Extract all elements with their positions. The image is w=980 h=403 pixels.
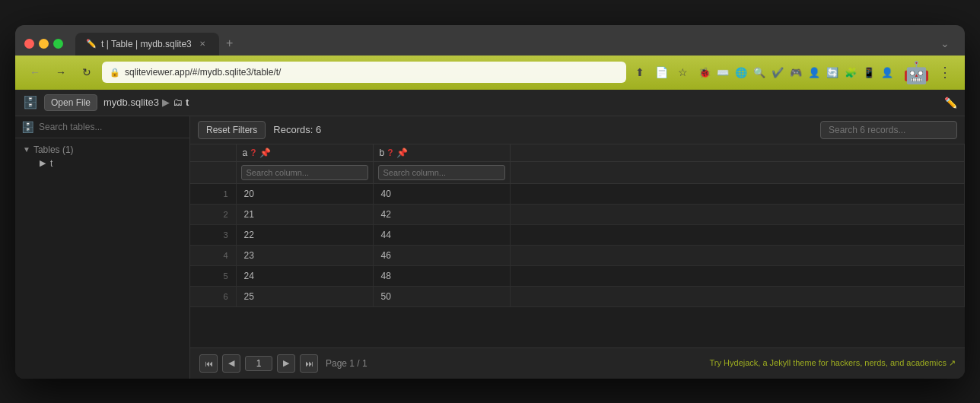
- col-a-search-input[interactable]: [241, 165, 368, 180]
- tabs-area: ✏️ t | Table | mydb.sqlite3 ✕ +: [75, 33, 928, 56]
- next-page-button[interactable]: ▶: [277, 354, 295, 373]
- page-number-input[interactable]: [245, 356, 272, 371]
- row-num-cell: 5: [190, 265, 236, 286]
- col-a-search-cell: [236, 161, 373, 183]
- ext-9[interactable]: 🧩: [842, 64, 859, 81]
- table-row[interactable]: 2 21 42: [190, 204, 965, 224]
- row-num-search: [190, 161, 236, 183]
- table-row[interactable]: 3 22 44: [190, 224, 965, 245]
- ext-7[interactable]: 👤: [806, 64, 822, 81]
- table-row[interactable]: 4 23 46: [190, 245, 965, 265]
- col-b-search-input[interactable]: [378, 165, 505, 180]
- row-num-cell: 1: [190, 183, 236, 204]
- col-b-question-icon[interactable]: ?: [387, 148, 393, 158]
- tables-section-header[interactable]: ▼ Tables (1): [23, 144, 182, 155]
- sidebar-table-name: t: [50, 158, 52, 169]
- address-bar[interactable]: 🔒 sqliteviewer.app/#/mydb.sqlite3/table/…: [102, 62, 626, 83]
- extra-col-header: [510, 144, 965, 162]
- breadcrumb-table-icon: 🗂: [173, 97, 183, 108]
- col-a-name: a: [243, 148, 248, 158]
- close-button[interactable]: [24, 39, 34, 49]
- col-a-cell: 22: [236, 224, 373, 245]
- ext-6[interactable]: 🎮: [788, 64, 804, 81]
- col-b-pin-icon[interactable]: 📌: [396, 148, 408, 158]
- col-a-question-icon[interactable]: ?: [250, 148, 256, 158]
- row-num-cell: 6: [190, 286, 236, 306]
- records-count: Records: 6: [273, 124, 321, 135]
- table-row[interactable]: 6 25 50: [190, 286, 965, 306]
- col-b-cell: 50: [373, 286, 510, 306]
- toolbar: Reset Filters Records: 6: [190, 116, 965, 144]
- ext-4[interactable]: 🔍: [751, 64, 768, 81]
- col-a-pin-icon[interactable]: 📌: [259, 148, 271, 158]
- app-body: 🗄️ ▼ Tables (1) ▶ t: [15, 116, 965, 379]
- title-bar-right: ⌄: [934, 33, 956, 56]
- tab-label: t | Table | mydb.sqlite3: [101, 39, 192, 49]
- table-row[interactable]: 1 20 40: [190, 183, 965, 204]
- ext-8[interactable]: 🔄: [824, 64, 841, 81]
- col-b-cell: 40: [373, 183, 510, 204]
- ext-3[interactable]: 🌐: [733, 64, 749, 81]
- promo-link[interactable]: Try Hydejack, a Jekyll theme for hackers…: [710, 358, 956, 368]
- prev-page-button[interactable]: ◀: [222, 354, 240, 373]
- breadcrumb-db: mydb.sqlite3: [103, 97, 159, 108]
- ext-5[interactable]: ✔️: [769, 64, 786, 81]
- extra-cell: [510, 245, 965, 265]
- table-icon: ▶: [40, 158, 46, 168]
- app-header: 🗄️ Open File mydb.sqlite3 ▶ 🗂 t ✏️: [15, 90, 965, 116]
- data-table: a ? 📌 b ? 📌: [190, 144, 965, 307]
- table-container: a ? 📌 b ? 📌: [190, 144, 965, 347]
- search-records-input[interactable]: [820, 121, 957, 139]
- first-page-button[interactable]: ⏮: [199, 354, 218, 373]
- tables-section-label: Tables (1): [33, 144, 74, 155]
- ext-11[interactable]: 👤: [879, 64, 896, 81]
- menu-button[interactable]: ⋮: [934, 62, 956, 83]
- col-a-cell: 24: [236, 265, 373, 286]
- back-button[interactable]: ←: [24, 62, 46, 83]
- row-num-cell: 3: [190, 224, 236, 245]
- page-info: Page 1 / 1: [326, 358, 368, 369]
- col-b-name: b: [380, 148, 385, 158]
- col-b-search-cell: [373, 161, 510, 183]
- reset-filters-button[interactable]: Reset Filters: [198, 121, 266, 139]
- col-b-cell: 48: [373, 265, 510, 286]
- table-row[interactable]: 5 24 48: [190, 265, 965, 286]
- sidebar-tables-section: ▼ Tables (1) ▶ t: [15, 138, 189, 175]
- breadcrumb-table: t: [186, 97, 189, 108]
- table-body: 1 20 40 2 21 42 3 22 44 4 23 46 5 24 48 …: [190, 183, 965, 306]
- nav-bar: ← → ↻ 🔒 sqliteviewer.app/#/mydb.sqlite3/…: [15, 56, 965, 90]
- lock-icon: 🔒: [110, 68, 120, 78]
- nav-actions: ⬆ 📄 ☆: [631, 63, 692, 81]
- extra-cell: [510, 204, 965, 224]
- tab-close-button[interactable]: ✕: [196, 38, 208, 50]
- window-chevron-button[interactable]: ⌄: [934, 33, 956, 54]
- bookmark-button[interactable]: ☆: [673, 63, 692, 81]
- last-page-button[interactable]: ⏭: [300, 354, 318, 373]
- reader-button[interactable]: 📄: [652, 63, 670, 81]
- new-tab-button[interactable]: +: [219, 33, 240, 54]
- row-num-header: [190, 144, 236, 162]
- share-button[interactable]: ⬆: [631, 63, 649, 81]
- edit-button[interactable]: ✏️: [944, 97, 957, 109]
- extra-cell: [510, 224, 965, 245]
- address-text: sqliteviewer.app/#/mydb.sqlite3/table/t/: [125, 67, 619, 78]
- refresh-button[interactable]: ↻: [76, 62, 97, 83]
- row-num-cell: 2: [190, 204, 236, 224]
- ext-1[interactable]: 🐞: [696, 64, 713, 81]
- forward-button[interactable]: →: [50, 62, 72, 83]
- extra-search-cell: [510, 161, 965, 183]
- ext-2[interactable]: ⌨️: [714, 64, 731, 81]
- maximize-button[interactable]: [53, 39, 63, 49]
- pagination: ⏮ ◀ ▶ ⏭ Page 1 / 1 Try Hydejack, a Jekyl…: [190, 347, 965, 379]
- col-b-cell: 42: [373, 204, 510, 224]
- extension-icons: 🐞 ⌨️ 🌐 🔍 ✔️ 🎮 👤 🔄 🧩 📱 👤: [696, 64, 896, 81]
- ext-10[interactable]: 📱: [861, 64, 877, 81]
- open-file-button[interactable]: Open File: [44, 94, 97, 111]
- sidebar-item-t[interactable]: ▶ t: [23, 155, 182, 172]
- active-tab[interactable]: ✏️ t | Table | mydb.sqlite3 ✕: [75, 33, 219, 56]
- search-tables-input[interactable]: [39, 122, 183, 132]
- minimize-button[interactable]: [39, 39, 49, 49]
- extra-cell: [510, 183, 965, 204]
- extra-cell: [510, 286, 965, 306]
- column-b-header: b ? 📌: [373, 144, 510, 162]
